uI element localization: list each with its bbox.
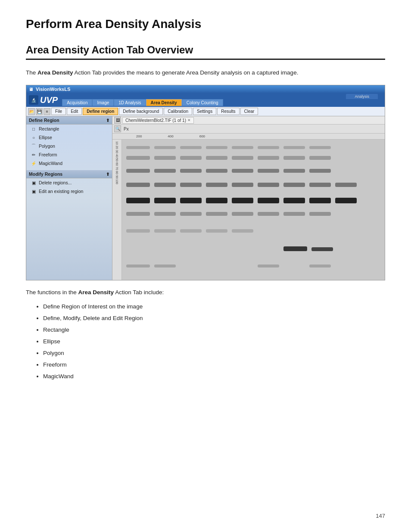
svg-rect-8 — [309, 146, 331, 149]
left-panel: Define Region ⬆ □ Rectangle ○ Ellipse ⌒ … — [26, 116, 112, 280]
polygon-item[interactable]: ⌒ Polygon — [26, 142, 112, 150]
page-number: 147 — [376, 513, 385, 519]
tab-acquisition[interactable]: Acquisition — [62, 99, 92, 106]
ruler-v-5: 50 — [115, 158, 118, 162]
svg-rect-44 — [154, 212, 176, 216]
svg-rect-54 — [206, 229, 227, 233]
uvp-logo-text: UVP — [40, 96, 58, 104]
menu-file[interactable]: File — [51, 108, 66, 115]
btn-results[interactable]: Results — [217, 108, 239, 115]
blot-canvas — [122, 140, 385, 280]
image-content-row: 10 20 30 40 50 60 70 80 90 100 — [112, 140, 385, 280]
edit-region-item[interactable]: ▣ Edit an existing region — [26, 187, 112, 196]
toolbar-icon-save[interactable]: 💾 — [36, 108, 43, 115]
ruler-v-9: 90 — [115, 175, 118, 179]
toolbar-row: 📂 💾 ≡ File Edit Define region Define bac… — [26, 107, 385, 116]
ruler-mark-600: 600 — [199, 134, 205, 138]
bullet-6: Freeform — [43, 359, 385, 370]
bullet-4: Ellipse — [43, 336, 385, 347]
delete-regions-item[interactable]: ▣ Delete regions... — [26, 178, 112, 187]
freeform-item[interactable]: ✏ Freeform — [26, 150, 112, 159]
svg-rect-27 — [180, 183, 202, 187]
close-tab-icon[interactable]: ✕ — [187, 118, 191, 122]
analysis-label: Analysis — [346, 94, 378, 99]
app-titlebar: 🖥 VisionWorksLS — [26, 85, 385, 93]
bullet-3: Rectangle — [43, 324, 385, 336]
ruler-v-4: 40 — [115, 154, 118, 158]
svg-rect-60 — [258, 264, 279, 268]
tab-colony-counting[interactable]: Colony Counting — [182, 99, 223, 106]
svg-rect-31 — [283, 183, 305, 187]
app-title: VisionWorksLS — [36, 87, 70, 92]
freeform-icon: ✏ — [31, 152, 37, 158]
btn-define-background[interactable]: Define background — [119, 108, 163, 115]
px-label: Px — [122, 127, 131, 131]
svg-rect-13 — [232, 156, 253, 160]
zoom-icon[interactable]: 🔍 — [114, 125, 121, 132]
svg-rect-5 — [232, 146, 253, 149]
delete-regions-icon: ▣ — [31, 180, 37, 186]
svg-rect-56 — [283, 246, 307, 251]
toolbar-icon-settings[interactable]: ≡ — [44, 108, 50, 115]
magicwand-item[interactable]: ⚡ MagicWand — [26, 159, 112, 168]
svg-rect-23 — [283, 169, 305, 173]
svg-rect-25 — [126, 183, 150, 187]
svg-rect-28 — [206, 183, 227, 187]
toolbar-icon-open[interactable]: 📂 — [28, 108, 35, 115]
svg-rect-10 — [154, 156, 176, 160]
svg-rect-2 — [154, 146, 176, 149]
image-tools-row: 🔍 Px — [112, 124, 385, 134]
svg-rect-32 — [309, 183, 331, 187]
svg-rect-61 — [309, 264, 331, 268]
image-tab[interactable]: ChemiWesternBlot2.TIF (1 of 1) ✕ — [122, 117, 194, 124]
tab-area-density[interactable]: Area Density — [146, 99, 182, 106]
ruler-v-6: 60 — [115, 162, 118, 166]
collapse-icon2[interactable]: ⬆ — [106, 172, 109, 177]
svg-rect-34 — [126, 198, 150, 203]
svg-rect-24 — [309, 169, 331, 173]
tab-image[interactable]: Image — [92, 99, 114, 106]
ribbon-tab-row: Acquisition Image 1D Analysis Area Densi… — [62, 99, 382, 106]
image-tool-icon[interactable]: 🖼 — [114, 117, 121, 124]
bullet-1: Define Region of Interest on the image — [43, 301, 385, 312]
svg-rect-4 — [206, 146, 227, 149]
btn-clear[interactable]: Clear — [240, 108, 258, 115]
tab-1d-analysis[interactable]: 1D Analysis — [114, 99, 146, 106]
ruler-v-1: 10 — [115, 141, 118, 145]
svg-rect-3 — [180, 146, 202, 149]
delete-regions-label: Delete regions... — [39, 180, 72, 185]
svg-rect-45 — [180, 212, 202, 216]
app-logo-icon: 🖥 — [29, 87, 33, 92]
image-area: 🖼 ChemiWesternBlot2.TIF (1 of 1) ✕ 🔍 Px … — [112, 116, 385, 280]
svg-rect-21 — [232, 169, 253, 173]
svg-rect-38 — [232, 198, 253, 203]
btn-define-region[interactable]: Define region — [83, 108, 118, 115]
svg-rect-37 — [206, 198, 227, 203]
define-region-label: Define Region — [29, 118, 59, 123]
ruler-marks: 200 400 600 — [136, 134, 205, 139]
rectangle-item[interactable]: □ Rectangle — [26, 124, 112, 133]
footer-paragraph: The functions in the Area Density Action… — [26, 288, 385, 297]
svg-rect-57 — [311, 247, 333, 251]
intro-bold: Area Density — [37, 69, 73, 76]
menu-edit[interactable]: Edit — [67, 108, 82, 115]
polygon-icon: ⌒ — [31, 143, 37, 149]
svg-rect-1 — [126, 146, 150, 149]
svg-rect-6 — [258, 146, 279, 149]
svg-rect-48 — [258, 212, 279, 216]
svg-rect-18 — [154, 169, 176, 173]
collapse-icon[interactable]: ⬆ — [106, 118, 109, 123]
btn-settings[interactable]: Settings — [193, 108, 216, 115]
svg-rect-59 — [154, 264, 176, 268]
svg-rect-36 — [180, 198, 202, 203]
ellipse-item[interactable]: ○ Ellipse — [26, 133, 112, 142]
modify-regions-header: Modify Regions ⬆ — [26, 170, 112, 178]
svg-rect-26 — [154, 183, 176, 187]
btn-calibration[interactable]: Calibration — [164, 108, 192, 115]
svg-rect-50 — [309, 212, 331, 216]
app-body: Define Region ⬆ □ Rectangle ○ Ellipse ⌒ … — [26, 116, 385, 280]
modify-regions-label: Modify Regions — [29, 171, 62, 177]
page-title: Perform Area Density Analysis — [26, 17, 385, 31]
svg-rect-14 — [258, 156, 279, 160]
bullet-list: Define Region of Interest on the image D… — [43, 301, 385, 382]
